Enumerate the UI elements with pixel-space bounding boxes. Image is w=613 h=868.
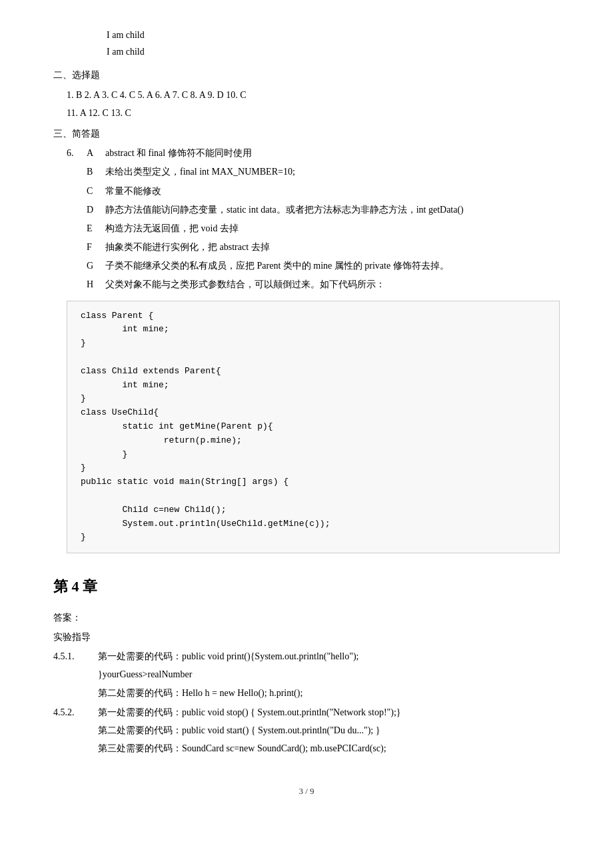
- answer-text: 答案：: [53, 613, 81, 623]
- part-h-letter: H: [87, 276, 97, 293]
- part-a-letter: A: [87, 145, 97, 161]
- part-g-letter: G: [87, 257, 97, 274]
- exp-item-451: 4.5.1. 第一处需要的代码：public void print(){Syst…: [53, 648, 560, 701]
- section-choices: 二、选择题 1. B 2. A 3. C 4. C 5. A 6. A 7. C…: [53, 67, 560, 121]
- exp-452-num: 4.5.2.: [53, 704, 90, 721]
- part-d-text: 静态方法值能访问静态变量，static int data。或者把方法标志为非静态…: [105, 201, 464, 218]
- output-line-2: I am child: [107, 43, 560, 60]
- part-a: A abstract 和 final 修饰符不能同时使用: [87, 145, 560, 161]
- choices-row1: 1. B 2. A 3. C 4. C 5. A 6. A 7. C 8. A …: [53, 87, 560, 103]
- part-b: B 未给出类型定义，final int MAX_NUMBER=10;: [87, 163, 560, 180]
- part-b-text: 未给出类型定义，final int MAX_NUMBER=10;: [105, 163, 295, 180]
- exp-item-452: 4.5.2. 第一处需要的代码：public void stop() { Sys…: [53, 704, 560, 757]
- part-f-text: 抽象类不能进行实例化，把 abstract 去掉: [105, 239, 270, 255]
- section-choices-title: 二、选择题: [53, 67, 560, 83]
- part-f-letter: F: [87, 239, 97, 255]
- exp-451-second: 第二处需要的代码：Hello h = new Hello(); h.print(…: [53, 685, 560, 701]
- part-e-text: 构造方法无返回值，把 void 去掉: [105, 220, 239, 237]
- part-f: F 抽象类不能进行实例化，把 abstract 去掉: [87, 239, 560, 255]
- part-b-letter: B: [87, 163, 97, 180]
- page-footer: 3 / 9: [53, 783, 560, 799]
- chapter4-section: 第 4 章 答案： 实验指导 4.5.1. 第一处需要的代码：public vo…: [53, 573, 560, 757]
- exp-452-second: 第二处需要的代码：public void start() { System.ou…: [53, 722, 560, 739]
- part-h: H 父类对象不能与之类形式参数结合，可以颠倒过来。如下代码所示：: [87, 276, 560, 293]
- exp-452-third: 第三处需要的代码：SoundCard sc=new SoundCard(); m…: [53, 740, 560, 757]
- part-c-text: 常量不能修改: [105, 183, 161, 199]
- brief-content-6: A abstract 和 final 修饰符不能同时使用 B 未给出类型定义，f…: [87, 145, 560, 295]
- code-block: class Parent { int mine; } class Child e…: [67, 301, 560, 554]
- section-brief-title: 三、简答题: [53, 125, 560, 142]
- part-c: C 常量不能修改: [87, 183, 560, 199]
- part-g-text: 子类不能继承父类的私有成员，应把 Parent 类中的 mine 属性的 pri…: [105, 257, 449, 274]
- exp-452-first: 4.5.2. 第一处需要的代码：public void stop() { Sys…: [53, 704, 560, 721]
- part-a-text: abstract 和 final 修饰符不能同时使用: [105, 145, 252, 161]
- output-line-1: I am child: [107, 27, 560, 43]
- part-d-letter: D: [87, 201, 97, 218]
- part-e: E 构造方法无返回值，把 void 去掉: [87, 220, 560, 237]
- chapter4-title: 第 4 章: [53, 573, 560, 600]
- exp-451-first-text: 第一处需要的代码：public void print(){System.out.…: [98, 648, 358, 665]
- experiment-text: 实验指导: [53, 632, 91, 642]
- part-g: G 子类不能继承父类的私有成员，应把 Parent 类中的 mine 属性的 p…: [87, 257, 560, 274]
- part-e-letter: E: [87, 220, 97, 237]
- experiment-label: 实验指导: [53, 629, 560, 645]
- output-section: I am child I am child: [53, 27, 560, 60]
- exp-451-first-cont: }yourGuess>realNumber: [53, 666, 560, 683]
- section-brief: 三、简答题 6. A abstract 和 final 修饰符不能同时使用 B …: [53, 125, 560, 295]
- brief-item-6: 6. A abstract 和 final 修饰符不能同时使用 B 未给出类型定…: [53, 145, 560, 295]
- part-c-letter: C: [87, 183, 97, 199]
- brief-label-6: 6.: [67, 145, 79, 295]
- part-d: D 静态方法值能访问静态变量，static int data。或者把方法标志为非…: [87, 201, 560, 218]
- exp-451-num: 4.5.1.: [53, 648, 90, 665]
- page-number: 3 / 9: [299, 786, 314, 796]
- choices-row2: 11. A 12. C 13. C: [53, 105, 560, 121]
- part-h-text: 父类对象不能与之类形式参数结合，可以颠倒过来。如下代码所示：: [105, 276, 385, 293]
- answer-label: 答案：: [53, 609, 560, 626]
- exp-452-first-text: 第一处需要的代码：public void stop() { System.out…: [98, 704, 401, 721]
- exp-451-first: 4.5.1. 第一处需要的代码：public void print(){Syst…: [53, 648, 560, 665]
